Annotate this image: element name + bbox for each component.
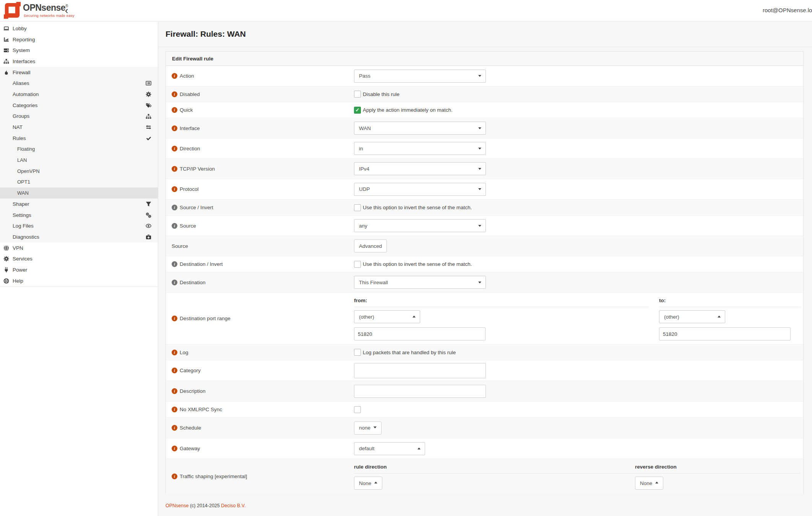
server-icon [3, 47, 13, 53]
row-gateway: iGateway default [166, 438, 803, 459]
info-icon[interactable]: i [172, 350, 177, 355]
sidebar-item-diagnostics[interactable]: Diagnostics [0, 231, 158, 243]
category-input[interactable] [354, 363, 486, 378]
source-select[interactable]: any [354, 219, 486, 232]
panel-title: Edit Firewall rule [166, 52, 803, 66]
info-icon[interactable]: i [172, 368, 177, 373]
sidebar-item-rules-opt1[interactable]: OPT1 [0, 177, 158, 188]
info-icon[interactable]: i [172, 146, 177, 151]
sidebar-item-interfaces[interactable]: Interfaces [0, 56, 158, 67]
gear-icon[interactable] [146, 91, 151, 97]
sitemap-icon[interactable] [146, 114, 151, 119]
info-icon[interactable]: i [172, 474, 177, 479]
row-source-invert: iSource / Invert Use this option to inve… [166, 199, 803, 215]
port-to-input[interactable] [659, 327, 791, 340]
tcpip-version-select[interactable]: IPv4 [354, 162, 486, 175]
info-icon[interactable]: i [172, 446, 177, 451]
destination-invert-checkbox-row: Use this option to invert the sense of t… [354, 261, 472, 268]
log-checkbox[interactable] [354, 349, 361, 356]
destination-select[interactable]: This Firewall [354, 276, 486, 289]
opnsense-footer-link[interactable]: OPNsense [166, 503, 188, 508]
port-to-select[interactable]: (other) [659, 310, 725, 323]
info-icon[interactable]: i [172, 425, 177, 431]
info-icon[interactable]: i [172, 223, 177, 229]
rule-direction-dropdown[interactable]: None [354, 477, 382, 490]
main-content: Firewall: Rules: WAN Edit Firewall rule … [158, 21, 812, 516]
sidebar: Lobby Reporting System Interfaces Firewa… [0, 22, 158, 516]
sidebar-item-system[interactable]: System [0, 45, 158, 56]
exchange-icon[interactable] [146, 124, 151, 130]
info-icon[interactable]: i [172, 205, 177, 210]
gateway-select[interactable]: default [354, 442, 425, 455]
info-icon[interactable]: i [172, 316, 177, 321]
chevron-down-icon [478, 225, 481, 227]
destination-invert-checkbox[interactable] [354, 261, 361, 268]
direction-select[interactable]: in [354, 142, 486, 155]
sidebar-item-nat[interactable]: NAT [0, 122, 158, 133]
disabled-checkbox-row: Disable this rule [354, 91, 400, 98]
disabled-checkbox[interactable] [354, 91, 361, 98]
info-icon[interactable]: i [172, 388, 177, 394]
sidebar-item-log-files[interactable]: Log Files [0, 220, 158, 231]
info-icon[interactable]: i [172, 280, 177, 285]
description-input[interactable] [354, 385, 486, 398]
gears-icon[interactable] [146, 212, 151, 218]
check-icon[interactable] [146, 135, 151, 141]
chevron-up-icon [718, 316, 721, 317]
info-icon[interactable]: i [172, 407, 177, 412]
port-from-input[interactable] [354, 327, 486, 340]
reverse-direction-label: reverse direction [635, 464, 801, 474]
sidebar-item-rules-wan[interactable]: WAN [0, 187, 158, 199]
sidebar-item-services[interactable]: Services [0, 253, 158, 264]
sidebar-item-automation[interactable]: Automation [0, 89, 158, 100]
source-advanced-button[interactable]: Advanced [354, 239, 387, 252]
sidebar-item-rules-floating[interactable]: Floating [0, 144, 158, 155]
source-invert-checkbox[interactable] [354, 204, 361, 211]
info-icon[interactable]: i [172, 73, 177, 79]
sidebar-item-lobby[interactable]: Lobby [0, 23, 158, 34]
sidebar-item-firewall[interactable]: Firewall [0, 67, 158, 78]
sidebar-item-shaper[interactable]: Shaper [0, 199, 158, 210]
info-icon[interactable]: i [172, 91, 177, 97]
info-icon[interactable]: i [172, 166, 177, 172]
interface-select[interactable]: WAN [354, 122, 486, 135]
sidebar-item-reporting[interactable]: Reporting [0, 34, 158, 45]
funnel-icon[interactable] [146, 201, 151, 207]
chevron-down-icon [478, 168, 481, 170]
schedule-dropdown[interactable]: none [354, 422, 382, 435]
list-icon[interactable] [146, 80, 151, 86]
sidebar-item-rules-openvpn[interactable]: OpenVPN [0, 166, 158, 177]
globe-icon [3, 245, 13, 251]
reverse-direction-dropdown[interactable]: None [635, 477, 663, 490]
sidebar-item-vpn[interactable]: VPN [0, 243, 158, 254]
sidebar-item-categories[interactable]: Categories [0, 100, 158, 111]
eye-icon[interactable] [146, 223, 151, 229]
sidebar-item-rules[interactable]: Rules [0, 133, 158, 144]
action-select[interactable]: Pass [354, 70, 486, 83]
row-interface: iInterface WAN [166, 118, 803, 138]
sidebar-collapse-icon[interactable]: ‹ [65, 4, 68, 17]
title-divider [158, 47, 812, 47]
protocol-select[interactable]: UDP [354, 183, 486, 196]
row-direction: iDirection in [166, 138, 803, 158]
medkit-icon[interactable] [146, 234, 151, 240]
info-icon[interactable]: i [172, 261, 177, 267]
sidebar-item-power[interactable]: Power [0, 264, 158, 275]
no-xmlrpc-sync-checkbox[interactable] [354, 406, 361, 413]
sidebar-item-settings[interactable]: Settings [0, 210, 158, 221]
info-icon[interactable]: i [172, 125, 177, 131]
quick-checkbox[interactable] [354, 107, 361, 114]
sidebar-item-rules-lan[interactable]: LAN [0, 155, 158, 166]
deciso-footer-link[interactable]: Deciso B.V. [221, 503, 245, 508]
row-traffic-shaping: iTraffic shaping [experimental] rule dir… [166, 459, 803, 494]
port-from-select[interactable]: (other) [354, 310, 420, 323]
tags-icon[interactable] [146, 103, 151, 108]
info-icon[interactable]: i [172, 107, 177, 113]
sidebar-item-aliases[interactable]: Aliases [0, 78, 158, 89]
sidebar-item-groups[interactable]: Groups [0, 111, 158, 122]
laptop-icon [3, 26, 13, 31]
rule-direction-label: rule direction [354, 464, 635, 474]
info-icon[interactable]: i [172, 186, 177, 192]
sidebar-item-help[interactable]: Help [0, 275, 158, 286]
chevron-down-icon [374, 426, 377, 428]
